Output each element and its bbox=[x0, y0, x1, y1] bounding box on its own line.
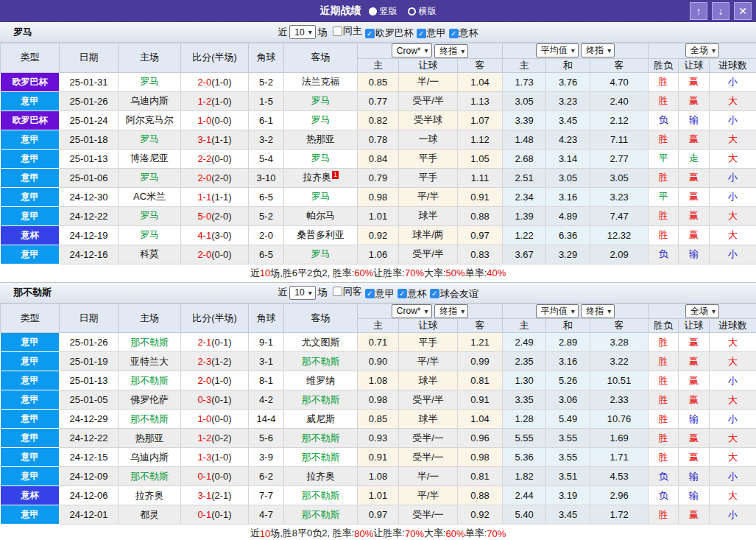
home-team: 阿尔克马尔 bbox=[119, 111, 181, 130]
odds-away: 0.97 bbox=[458, 225, 503, 245]
away-team-name: 罗马 bbox=[311, 152, 331, 164]
radio-selected-icon[interactable] bbox=[369, 7, 377, 15]
halftime-score: (1-0) bbox=[211, 375, 231, 386]
home-team: 罗马 bbox=[119, 225, 181, 245]
summary-segment: 近 bbox=[250, 267, 260, 280]
odds-away: 0.81 bbox=[458, 467, 503, 486]
final-odds-select[interactable]: 终指▾ bbox=[434, 44, 468, 58]
col-header-handicap: 让球 bbox=[399, 58, 458, 72]
result-outcome: 负 bbox=[649, 467, 679, 486]
odds-company-select[interactable]: Crow*▾ bbox=[392, 304, 432, 318]
fulltime-score: 3-1 bbox=[197, 134, 211, 145]
match-type: 意甲 bbox=[1, 390, 60, 410]
checked-checkbox-icon[interactable]: ✓ bbox=[365, 289, 375, 298]
avg-home: 2.35 bbox=[503, 352, 546, 371]
corners: 3-1 bbox=[249, 352, 284, 371]
match-count-select[interactable]: 10▾ bbox=[289, 25, 315, 39]
summary-segment: 40% bbox=[487, 267, 506, 278]
close-button[interactable]: ✕ bbox=[734, 2, 752, 20]
avg-draw: 3.51 bbox=[546, 467, 590, 486]
checked-checkbox-icon[interactable]: ✓ bbox=[449, 29, 459, 38]
match-row: 意甲24-12-22罗马5-0(2-0)5-2帕尔马1.01球半0.881.39… bbox=[1, 206, 756, 225]
fulltime-score: 1-3 bbox=[197, 452, 211, 463]
filter-suffix-label: 场 bbox=[318, 286, 328, 299]
result-outcome: 胜 bbox=[649, 429, 679, 448]
scope-select[interactable]: 全场▾ bbox=[685, 43, 719, 57]
summary-segment: 场,胜8平0负2, 胜率: bbox=[270, 527, 354, 540]
corners: 6-2 bbox=[249, 467, 284, 486]
odds-home: 0.84 bbox=[358, 149, 399, 168]
col-header-avg-home: 主 bbox=[503, 58, 546, 72]
away-team: 罗马 bbox=[284, 187, 358, 206]
summary-segment: 80% bbox=[354, 528, 373, 539]
col-header-corners: 角球 bbox=[249, 304, 284, 333]
unchecked-checkbox-icon[interactable] bbox=[333, 287, 342, 296]
match-date: 25-01-13 bbox=[60, 371, 119, 390]
result-outcome: 胜 bbox=[649, 333, 679, 352]
average-select[interactable]: 平均值▾ bbox=[536, 43, 579, 57]
col-header-result: 胜负 bbox=[649, 319, 679, 333]
handicap-outcome: 赢 bbox=[679, 225, 710, 245]
match-row: 意甲25-01-13博洛尼亚2-2(0-0)5-4罗马0.84平手1.052.6… bbox=[1, 149, 756, 168]
match-date: 25-01-31 bbox=[60, 72, 119, 91]
col-header-odds-home: 主 bbox=[358, 58, 399, 72]
scope-select[interactable]: 全场▾ bbox=[685, 304, 719, 318]
home-team: 那不勒斯 bbox=[119, 410, 181, 429]
results-table: 类型 日期 主场 比分(半场) 角球 客场 Crow*▾ 终指▾ bbox=[0, 304, 756, 525]
away-team-name: 罗马 bbox=[311, 114, 331, 125]
halftime-score: (0-1) bbox=[211, 337, 231, 348]
odds-company-select[interactable]: Crow*▾ bbox=[392, 43, 432, 57]
avg-draw: 3.29 bbox=[546, 245, 590, 264]
result-outcome: 胜 bbox=[649, 390, 679, 410]
match-row: 意甲24-12-29那不勒斯1-0(0-0)14-4威尼斯0.85球半1.041… bbox=[1, 410, 756, 429]
average-select[interactable]: 平均值▾ bbox=[536, 304, 579, 318]
goals-outcome: 小 bbox=[710, 371, 756, 390]
chevron-down-icon: ▾ bbox=[712, 307, 716, 315]
checked-checkbox-icon[interactable]: ✓ bbox=[430, 289, 439, 298]
radio-unselected-icon[interactable] bbox=[408, 7, 416, 15]
score: 1-0(0-0) bbox=[181, 410, 249, 429]
odds-home: 0.71 bbox=[358, 333, 399, 352]
radio-horizontal[interactable]: 横版 bbox=[408, 5, 437, 18]
odds-home: 0.97 bbox=[358, 505, 399, 525]
result-outcome: 平 bbox=[649, 187, 679, 206]
checked-checkbox-icon[interactable]: ✓ bbox=[417, 29, 426, 38]
away-team: 拉齐奥1 bbox=[284, 168, 358, 187]
final-average-select[interactable]: 终指▾ bbox=[581, 304, 615, 318]
goals-outcome: 大 bbox=[710, 206, 756, 225]
col-header-avg-home: 主 bbox=[503, 319, 546, 333]
handicap: 平手 bbox=[399, 149, 458, 168]
col-header-result: 胜负 bbox=[649, 58, 679, 72]
checked-checkbox-icon[interactable]: ✓ bbox=[398, 289, 407, 298]
match-row: 意甲25-01-18罗马3-1(1-1)3-2热那亚0.78一球1.121.48… bbox=[1, 130, 756, 149]
final-odds-select[interactable]: 终指▾ bbox=[434, 304, 468, 318]
score: 1-0(0-0) bbox=[181, 111, 249, 130]
col-header-away: 客场 bbox=[284, 304, 358, 333]
checkbox-label: 意甲 bbox=[427, 27, 446, 40]
unchecked-checkbox-icon[interactable] bbox=[333, 27, 342, 36]
scroll-up-button[interactable]: ↑ bbox=[690, 2, 707, 20]
radio-vertical[interactable]: 竖版 bbox=[369, 5, 398, 18]
away-team: 罗马 bbox=[284, 91, 358, 111]
scroll-down-button[interactable]: ↓ bbox=[712, 2, 729, 20]
away-team-name: 罗马 bbox=[311, 191, 331, 202]
away-team: 帕尔马 bbox=[284, 206, 358, 225]
fulltime-score: 5-0 bbox=[197, 211, 211, 222]
avg-draw: 4.89 bbox=[546, 206, 590, 225]
home-team: 乌迪内斯 bbox=[119, 91, 181, 111]
checked-checkbox-icon[interactable]: ✓ bbox=[365, 29, 375, 38]
handicap-outcome: 赢 bbox=[679, 206, 710, 225]
halftime-score: (0-1) bbox=[211, 394, 231, 405]
col-header-odds-away: 客 bbox=[458, 58, 503, 72]
fulltime-score: 4-1 bbox=[197, 230, 211, 241]
match-count-select[interactable]: 10▾ bbox=[289, 286, 315, 300]
final-average-select[interactable]: 终指▾ bbox=[581, 43, 615, 57]
handicap: 球半 bbox=[399, 206, 458, 225]
summary-segment: 60% bbox=[446, 528, 465, 539]
fulltime-score: 2-0 bbox=[197, 249, 211, 260]
avg-home: 1.48 bbox=[503, 130, 546, 149]
match-date: 24-12-06 bbox=[60, 486, 119, 505]
handicap-outcome: 赢 bbox=[679, 130, 710, 149]
match-type: 意甲 bbox=[1, 91, 60, 111]
scope-select-group: 全场▾ bbox=[649, 43, 756, 59]
